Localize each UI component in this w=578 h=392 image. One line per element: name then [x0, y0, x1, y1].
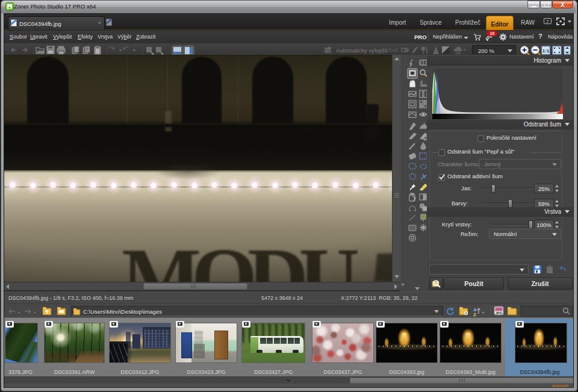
svg-text:Z: Z [473, 312, 476, 317]
svg-text:JPG: JPG [495, 311, 502, 315]
svg-text:1:1: 1:1 [542, 48, 550, 54]
